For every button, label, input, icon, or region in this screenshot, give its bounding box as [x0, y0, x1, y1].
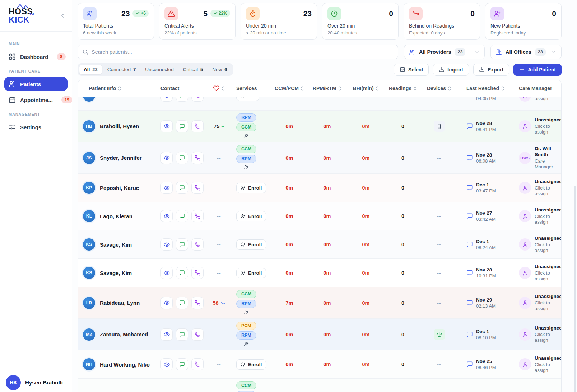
column-header-bhi-min-[interactable]: BHI(min): [347, 85, 385, 91]
sidebar-item-appointments[interactable]: Appointme... 19: [4, 93, 68, 107]
tab-connected[interactable]: Connected7: [103, 65, 140, 74]
message-patient-button[interactable]: [176, 267, 188, 279]
view-patient-button[interactable]: [160, 297, 173, 309]
column-header-devices[interactable]: Devices: [421, 85, 457, 91]
table-row[interactable]: JSSnyder, Jennifer--CCMRPM0m0m0m0--Nov 2…: [78, 142, 561, 173]
call-patient-button[interactable]: [191, 297, 204, 309]
message-patient-button[interactable]: [176, 97, 188, 102]
rpm-rtm-minutes: 0m: [324, 300, 331, 306]
view-patient-button[interactable]: [160, 267, 173, 279]
nav-section-main: MAIN: [9, 42, 63, 46]
call-patient-button[interactable]: [191, 358, 204, 370]
call-patient-button[interactable]: [191, 182, 204, 194]
enroll-button[interactable]: Enroll: [236, 359, 266, 370]
enroll-button[interactable]: Enroll: [236, 239, 266, 250]
message-patient-button[interactable]: [176, 182, 188, 194]
message-patient-button[interactable]: [176, 152, 188, 164]
call-patient-button[interactable]: [191, 152, 204, 164]
search-box: [78, 45, 398, 59]
assign-care-manager[interactable]: UnassignedClick to assign: [506, 355, 561, 373]
message-patient-button[interactable]: [176, 238, 188, 251]
phone-icon: [195, 123, 200, 129]
heart-rate-value: 75: [214, 123, 219, 129]
tab-new[interactable]: New6: [208, 65, 231, 74]
assign-care-manager[interactable]: UnassignedClick to assign: [506, 264, 561, 282]
assign-care-manager[interactable]: assign: [506, 97, 561, 102]
view-patient-button[interactable]: [160, 358, 173, 370]
offices-dropdown[interactable]: All Offices 23: [490, 45, 562, 59]
providers-dropdown[interactable]: All Providers 23: [404, 45, 485, 59]
assign-care-manager[interactable]: UnassignedClick to assign: [506, 325, 561, 343]
tab-all[interactable]: All23: [79, 65, 102, 74]
view-patient-button[interactable]: [160, 328, 173, 341]
enroll-button[interactable]: Enroll: [236, 268, 266, 278]
assign-care-manager[interactable]: UnassignedClick to assign: [506, 235, 561, 253]
sidebar-item-settings[interactable]: Settings: [4, 120, 68, 134]
enroll-button[interactable]: [236, 97, 259, 101]
assign-care-manager[interactable]: UnassignedClick to assign: [506, 117, 561, 135]
add-service-icon[interactable]: [244, 341, 249, 347]
chat-icon: [179, 185, 185, 191]
tab-critical[interactable]: Critical5: [179, 65, 208, 74]
assign-care-manager[interactable]: UnassignedClick to assign: [506, 294, 561, 312]
table-row-partial-bottom[interactable]: CCMRPMUnassigned: [78, 378, 561, 392]
assign-care-manager[interactable]: UnassignedClick to assign: [506, 179, 561, 197]
button-label: Import: [447, 67, 463, 73]
view-patient-button[interactable]: [160, 120, 173, 132]
sidebar-item-label: Settings: [20, 124, 41, 130]
table-row[interactable]: HBBraholli, Hysen75–RPMCCM0m0m0m0Nov 280…: [78, 110, 561, 142]
call-patient-button[interactable]: [191, 97, 204, 102]
vertical-scrollbar[interactable]: [574, 186, 576, 392]
table-row[interactable]: MZZaroura, Mohamed--PCMRPM0m0m0m0Dec 108…: [78, 318, 561, 350]
view-patient-button[interactable]: [160, 238, 173, 251]
select-button[interactable]: Select: [394, 64, 429, 76]
message-patient-button[interactable]: [176, 328, 188, 341]
column-header-heart-rate[interactable]: [206, 85, 232, 92]
view-patient-button[interactable]: [160, 97, 173, 102]
sidebar-collapse-button[interactable]: [58, 11, 67, 20]
table-row[interactable]: KPPeposhi, Karuc--Enroll0m0m0m0--Dec 103…: [78, 173, 561, 202]
export-button[interactable]: Export: [473, 64, 509, 76]
table-row[interactable]: KSSavage, Kim--Enroll0m0m0m0--Dec 108:24…: [78, 230, 561, 258]
sidebar-item-dashboard[interactable]: Dashboard 8: [4, 50, 68, 64]
enroll-button[interactable]: Enroll: [236, 183, 266, 193]
call-patient-button[interactable]: [191, 238, 204, 251]
import-button[interactable]: Import: [433, 64, 469, 76]
call-patient-button[interactable]: [191, 210, 204, 222]
call-patient-button[interactable]: [191, 267, 204, 279]
table-row[interactable]: KLLago, Kieran--Enroll0m0m0m0--Nov 2703:…: [78, 202, 561, 230]
search-input[interactable]: [92, 49, 394, 55]
add-service-icon[interactable]: [244, 310, 249, 316]
chat-icon: [179, 155, 185, 161]
sidebar-user[interactable]: HB Hysen Braholli: [0, 367, 72, 392]
add-patient-button[interactable]: Add Patient: [513, 64, 562, 76]
message-patient-button[interactable]: [176, 120, 188, 132]
column-header-readings[interactable]: Readings: [385, 85, 421, 91]
sidebar-item-patients[interactable]: Patients: [4, 77, 68, 91]
enroll-button[interactable]: Enroll: [236, 211, 266, 221]
unassigned-avatar: [519, 182, 531, 194]
call-patient-button[interactable]: [191, 328, 204, 341]
view-patient-button[interactable]: [160, 152, 173, 164]
table-row[interactable]: KSSavage, Kim--Enroll0m0m0m0--Nov 2810:3…: [78, 258, 561, 287]
avatar: MZ: [83, 328, 95, 341]
chat-icon: [179, 332, 185, 337]
message-patient-button[interactable]: [176, 358, 188, 370]
message-patient-button[interactable]: [176, 297, 188, 309]
assign-care-manager[interactable]: UnassignedClick to assign: [506, 207, 561, 225]
add-service-icon[interactable]: [244, 133, 249, 139]
table-row[interactable]: LRRabideau, Lynn58CCMRPM7m0m0m0--Nov 290…: [78, 287, 561, 318]
column-header-patient-info[interactable]: Patient Info: [78, 85, 154, 91]
table-row[interactable]: NHHard Working, Niko--Enroll0m0m0m0--Nov…: [78, 350, 561, 378]
call-patient-button[interactable]: [191, 120, 204, 132]
tab-unconnected[interactable]: Unconnected: [141, 65, 178, 74]
column-header-ccm-pcm[interactable]: CCM/PCM: [272, 85, 307, 91]
view-patient-button[interactable]: [160, 182, 173, 194]
column-header-rpm-rtm[interactable]: RPM/RTM: [307, 85, 347, 91]
table-row-partial-top[interactable]: 04:05 PM assign: [78, 97, 561, 110]
message-patient-button[interactable]: [176, 210, 188, 222]
add-service-icon[interactable]: [244, 165, 249, 171]
trend-chip: 22%: [210, 10, 230, 17]
view-patient-button[interactable]: [160, 210, 173, 222]
column-header-last-reached[interactable]: Last Reached: [457, 85, 506, 91]
